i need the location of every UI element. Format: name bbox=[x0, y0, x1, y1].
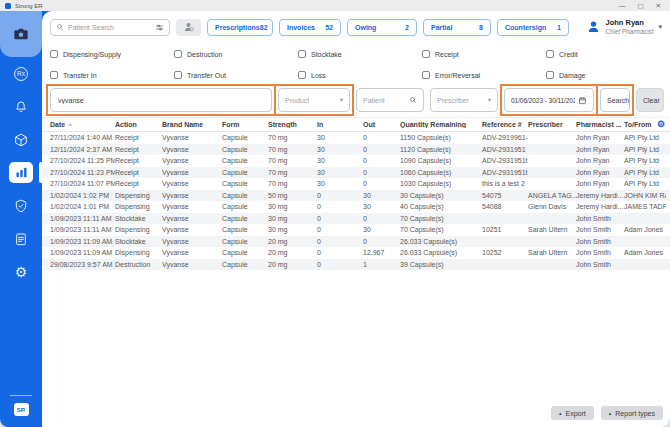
checkbox-loss[interactable]: Loss bbox=[298, 70, 422, 80]
table-row[interactable]: 1/09/2023 11:09 AM Stocktake Vyvanse Cap… bbox=[42, 236, 670, 248]
cell-brand-name: Vyvanse bbox=[162, 155, 222, 167]
prescriber-dropdown[interactable]: Prescriber ▾ bbox=[430, 88, 498, 112]
checkbox-box bbox=[546, 50, 554, 58]
table-settings-gear-icon[interactable]: ⚙ bbox=[657, 120, 665, 129]
date-range-input[interactable]: 01/06/2023 - 30/11/202 bbox=[504, 88, 594, 112]
col-header-reference[interactable]: Reference # bbox=[482, 121, 528, 128]
checkbox-damage[interactable]: Damage bbox=[546, 70, 670, 80]
product-search-input[interactable] bbox=[50, 88, 272, 112]
pill-label: Owing bbox=[355, 24, 376, 31]
col-header-date[interactable]: Date^ bbox=[50, 121, 115, 128]
col-header-tofrom[interactable]: To/From⚙ bbox=[624, 120, 666, 129]
cell-quantity-remaining: 39 Capsule(s) bbox=[400, 259, 482, 271]
cell-in: 30 bbox=[317, 178, 363, 190]
sidebar-item-records[interactable] bbox=[0, 222, 42, 255]
table-row[interactable]: 1/09/2023 11:11 AM Dispensing Vyvanse Ca… bbox=[42, 224, 670, 236]
col-header-brand-name[interactable]: Brand Name bbox=[162, 121, 222, 128]
col-header-in[interactable]: In bbox=[317, 121, 363, 128]
app-icon bbox=[5, 3, 11, 9]
calendar-icon[interactable] bbox=[578, 96, 587, 105]
table-row[interactable]: 27/11/2024 1:40 AM Receipt Vyvanse Capsu… bbox=[42, 132, 670, 144]
pill-owing[interactable]: Owing 2 bbox=[347, 19, 417, 36]
camera-icon bbox=[13, 26, 29, 42]
checkbox-transfer-in[interactable]: Transfer In bbox=[50, 70, 174, 80]
checkbox-destruction[interactable]: Destruction bbox=[174, 49, 298, 59]
close-button[interactable]: ✕ bbox=[656, 0, 661, 11]
col-header-out[interactable]: Out bbox=[363, 121, 400, 128]
cell-strength: 70 mg bbox=[268, 178, 317, 190]
col-header-prescriber[interactable]: Prescriber bbox=[528, 121, 576, 128]
table-row[interactable]: 27/10/2024 11:25 PM Receipt Vyvanse Caps… bbox=[42, 155, 670, 167]
avatar bbox=[586, 19, 601, 34]
sidebar-item-settings[interactable]: ⚙ bbox=[0, 255, 42, 288]
search-button[interactable]: Search bbox=[600, 88, 630, 112]
cell-brand-name: Vyvanse bbox=[162, 236, 222, 248]
table-row[interactable]: 1/09/2023 11:11 AM Stocktake Vyvanse Cap… bbox=[42, 213, 670, 225]
table-row[interactable]: 1/09/2023 11:09 AM Dispensing Vyvanse Ca… bbox=[42, 247, 670, 259]
pill-partial[interactable]: Partial 8 bbox=[423, 19, 491, 36]
deselect-patient-button[interactable] bbox=[176, 19, 201, 36]
chevron-down-icon: ▾ bbox=[658, 23, 662, 31]
cell-form: Capsule bbox=[222, 224, 268, 236]
cell-tofrom: JAMES TADR... bbox=[624, 201, 666, 213]
checkbox-label: Transfer In bbox=[63, 72, 97, 79]
cell-reference: this is a test 2 bbox=[482, 178, 528, 190]
sidebar-item-prescriptions[interactable]: Rx bbox=[0, 57, 42, 90]
col-header-strength[interactable]: Strength bbox=[268, 121, 317, 128]
col-header-quantity-remaining[interactable]: Quantity Remaining bbox=[400, 121, 482, 128]
table-row[interactable]: 12/11/2024 2:37 AM Receipt Vyvanse Capsu… bbox=[42, 144, 670, 156]
sidebar-item-inventory[interactable] bbox=[0, 123, 42, 156]
checkbox-label: Damage bbox=[559, 72, 585, 79]
sidebar-item-reports[interactable] bbox=[0, 156, 42, 189]
checkbox-label: Destruction bbox=[187, 51, 222, 58]
filter-tune-icon[interactable] bbox=[155, 23, 164, 32]
checkbox-dispensing-supply[interactable]: Dispensing/Supply bbox=[50, 49, 174, 59]
col-header-action[interactable]: Action bbox=[115, 121, 162, 128]
maximize-button[interactable]: ▢ bbox=[637, 0, 643, 11]
report-types-button[interactable]: ▴ Report types bbox=[601, 406, 663, 420]
pill-prescriptions[interactable]: Prescriptions 82 bbox=[207, 19, 273, 36]
user-menu[interactable]: John Ryan Chief Pharmacist ▾ bbox=[586, 19, 664, 35]
cell-date: 12/11/2024 2:37 AM bbox=[50, 144, 115, 156]
sidebar-item-camera[interactable] bbox=[0, 11, 42, 57]
sidebar-item-compliance[interactable] bbox=[0, 189, 42, 222]
patient-search-input[interactable]: Patient Search bbox=[50, 19, 170, 36]
patient-filter-input[interactable]: Patient bbox=[356, 88, 424, 112]
cell-pharmacist: John Ryan bbox=[576, 155, 624, 167]
pill-invoices[interactable]: Invoices 52 bbox=[279, 19, 341, 36]
table-row[interactable]: 1/02/2024 1:01 PM Dispensing Vyvanse Cap… bbox=[42, 201, 670, 213]
checkbox-error-reversal[interactable]: Error/Reversal bbox=[422, 70, 546, 80]
checkbox-stocktake[interactable]: Stocktake bbox=[298, 49, 422, 59]
cell-quantity-remaining: 40 Capsule(s) bbox=[400, 201, 482, 213]
checkbox-receipt[interactable]: Receipt bbox=[422, 49, 546, 59]
checkbox-transfer-out[interactable]: Transfer Out bbox=[174, 70, 298, 80]
table-row[interactable]: 29/08/2023 9:57 AM Destruction Vyvanse C… bbox=[42, 259, 670, 271]
cell-pharmacist: John Ryan bbox=[576, 178, 624, 190]
pill-count: 8 bbox=[479, 24, 483, 31]
cell-out: 0 bbox=[363, 132, 400, 144]
export-button[interactable]: ▴ Export bbox=[551, 406, 594, 420]
app-logo[interactable]: SR bbox=[14, 403, 29, 416]
clear-button[interactable]: Clear bbox=[636, 88, 664, 112]
sidebar-divider bbox=[10, 395, 32, 396]
table-row[interactable]: 27/10/2024 11:07 PM Receipt Vyvanse Caps… bbox=[42, 178, 670, 190]
checkbox-credit[interactable]: Credit bbox=[546, 49, 670, 59]
table-row[interactable]: 1/02/2024 1:02 PM Dispensing Vyvanse Cap… bbox=[42, 190, 670, 202]
checkbox-label: Receipt bbox=[435, 51, 459, 58]
minimize-button[interactable]: — bbox=[619, 0, 626, 11]
col-header-pharmacist[interactable]: Pharmacist ... bbox=[576, 121, 624, 128]
checkbox-label: Stocktake bbox=[311, 51, 342, 58]
cell-action: Receipt bbox=[115, 178, 162, 190]
checkbox-label: Dispensing/Supply bbox=[63, 51, 121, 58]
bell-icon bbox=[13, 99, 29, 115]
cell-reference: ADV-2931951 bbox=[482, 144, 528, 156]
product-dropdown[interactable]: Product ▾ bbox=[278, 88, 350, 112]
table-row[interactable]: 27/10/2024 11:23 PM Receipt Vyvanse Caps… bbox=[42, 167, 670, 179]
sidebar-item-notifications[interactable] bbox=[0, 90, 42, 123]
cell-action: Receipt bbox=[115, 167, 162, 179]
cell-reference: ADV-2919961-... bbox=[482, 132, 528, 144]
col-header-form[interactable]: Form bbox=[222, 121, 268, 128]
cell-quantity-remaining: 70 Capsule(s) bbox=[400, 213, 482, 225]
date-range-value: 01/06/2023 - 30/11/202 bbox=[511, 97, 575, 104]
pill-countersign[interactable]: Countersign 1 bbox=[497, 19, 569, 36]
